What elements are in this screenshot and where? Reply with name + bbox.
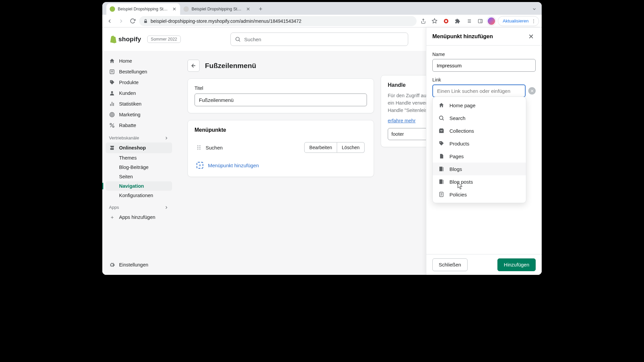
- nav-sub-blogposts[interactable]: Blog-Beiträge: [106, 163, 172, 172]
- nav-home[interactable]: Home: [106, 56, 172, 66]
- svg-rect-0: [144, 21, 147, 23]
- nav-products[interactable]: Produkte: [106, 77, 172, 88]
- home-icon: [438, 102, 445, 109]
- share-icon[interactable]: [419, 16, 428, 26]
- close-tab-icon[interactable]: ✕: [172, 7, 177, 11]
- shopify-logo[interactable]: shopify: [109, 35, 141, 43]
- reading-list-icon[interactable]: [464, 16, 474, 26]
- close-tab-icon[interactable]: ✕: [246, 7, 251, 11]
- link-input[interactable]: [432, 84, 526, 97]
- nav-label: Apps hinzufügen: [119, 215, 155, 220]
- profile-avatar-icon[interactable]: [487, 17, 496, 25]
- menu-items-heading: Menüpunkte: [195, 127, 367, 133]
- svg-line-36: [442, 119, 443, 120]
- update-label: Aktualisieren: [503, 18, 529, 23]
- store-icon: [109, 145, 115, 151]
- edit-button[interactable]: Bearbeiten: [304, 142, 337, 153]
- dropdown-option-blogs[interactable]: Blogs: [433, 163, 526, 175]
- learn-more-link[interactable]: erfahre mehr: [388, 118, 416, 123]
- nav-orders[interactable]: Bestellungen: [106, 66, 172, 77]
- tab-title: Beispiel Dropshipping Store · F: [118, 7, 169, 11]
- link-dropdown: Home pageSearchCollectionsProductsPagesB…: [432, 97, 526, 203]
- close-button[interactable]: Schließen: [432, 258, 468, 271]
- drag-handle-icon[interactable]: [197, 145, 201, 150]
- sidebar: Home Bestellungen Produkte Kunden Statis…: [102, 51, 175, 275]
- nav-label: Statistiken: [119, 101, 142, 107]
- back-button[interactable]: [105, 16, 114, 26]
- nav-sub-navigation[interactable]: Navigation: [106, 181, 172, 191]
- add-menu-item-button[interactable]: ＋ Menüpunkt hinzufügen: [195, 157, 367, 170]
- clear-link-button[interactable]: ✕: [528, 87, 536, 95]
- svg-point-18: [111, 91, 113, 93]
- dropdown-option-products[interactable]: Products: [433, 137, 526, 150]
- browser-tab-active[interactable]: Beispiel Dropshipping Store · F ✕: [106, 3, 180, 15]
- global-search[interactable]: Suchen: [230, 33, 408, 46]
- chevron-right-icon[interactable]: [164, 205, 169, 210]
- nav-label: Kunden: [119, 90, 136, 96]
- forward-button[interactable]: [116, 16, 126, 26]
- nav-sub-pages[interactable]: Seiten: [106, 172, 172, 181]
- side-panel-icon[interactable]: [476, 16, 485, 26]
- collections-icon: [438, 127, 445, 134]
- svg-point-35: [439, 116, 443, 120]
- section-label: Vertriebskanäle: [109, 135, 139, 140]
- nav-sub-preferences[interactable]: Konfigurationen: [106, 191, 172, 200]
- add-menu-item-panel: Menüpunkt hinzufügen ✕ Name Link ✕ Home …: [426, 27, 542, 275]
- browser-tab-inactive[interactable]: Beispiel Dropshipping Store ✕: [180, 3, 254, 15]
- add-menu-item-label: Menüpunkt hinzufügen: [208, 163, 259, 168]
- update-button[interactable]: Aktualisieren ⋮: [498, 16, 539, 26]
- extension-icon[interactable]: [441, 16, 451, 26]
- kebab-icon: ⋮: [531, 18, 536, 24]
- nav-label: Home: [119, 58, 132, 64]
- section-label: Apps: [109, 205, 119, 210]
- dropdown-option-home-page[interactable]: Home page: [433, 99, 526, 112]
- new-tab-button[interactable]: +: [256, 4, 265, 14]
- dropdown-option-label: Blog posts: [449, 179, 473, 185]
- bookmark-icon[interactable]: [430, 16, 439, 26]
- menu-item-row: Suchen Bearbeiten Löschen: [195, 138, 367, 157]
- dropdown-option-search[interactable]: Search: [433, 112, 526, 124]
- svg-point-26: [110, 123, 112, 125]
- page-back-button[interactable]: [187, 60, 200, 72]
- panel-close-button[interactable]: ✕: [526, 32, 536, 41]
- svg-point-30: [200, 145, 201, 146]
- menu-title-input[interactable]: [195, 94, 367, 106]
- svg-point-31: [198, 147, 199, 148]
- nav-sub-themes[interactable]: Themes: [106, 153, 172, 163]
- svg-marker-2: [432, 18, 437, 23]
- dropdown-option-pages[interactable]: Pages: [433, 150, 526, 163]
- nav-discounts[interactable]: Rabatte: [106, 120, 172, 131]
- dropdown-option-blog-posts[interactable]: Blog posts: [433, 175, 526, 188]
- target-icon: [109, 112, 115, 118]
- dropdown-option-collections[interactable]: Collections: [433, 124, 526, 137]
- browser-tab-strip: Beispiel Dropshipping Store · F ✕ Beispi…: [102, 2, 542, 15]
- menu-item-name: Suchen: [206, 145, 300, 150]
- favicon-icon: [183, 6, 189, 12]
- name-input[interactable]: [432, 59, 536, 72]
- dropdown-option-policies[interactable]: Policies: [433, 188, 526, 201]
- chevron-right-icon[interactable]: [164, 136, 169, 140]
- svg-point-32: [200, 147, 201, 148]
- search-placeholder: Suchen: [244, 37, 261, 42]
- discount-icon: [109, 122, 115, 128]
- nav-marketing[interactable]: Marketing: [106, 109, 172, 120]
- nav-analytics[interactable]: Statistiken: [106, 99, 172, 109]
- add-button[interactable]: Hinzufügen: [497, 258, 536, 271]
- nav-add-apps[interactable]: ＋Apps hinzufügen: [106, 212, 172, 223]
- lock-icon: [143, 19, 148, 23]
- analytics-icon: [109, 101, 115, 107]
- nav-customers[interactable]: Kunden: [106, 88, 172, 99]
- svg-point-33: [198, 149, 199, 150]
- plus-icon: ＋: [109, 214, 115, 220]
- tabs-overflow-icon[interactable]: [530, 4, 539, 14]
- url-text: beispiel-dropshipping-store.myshopify.co…: [151, 18, 302, 24]
- gear-icon: [109, 262, 115, 268]
- address-bar[interactable]: beispiel-dropshipping-store.myshopify.co…: [139, 16, 417, 26]
- orders-icon: [109, 69, 115, 75]
- link-label: Link: [432, 77, 536, 82]
- delete-button[interactable]: Löschen: [337, 142, 365, 153]
- nav-onlineshop[interactable]: Onlineshop: [106, 142, 172, 153]
- reload-button[interactable]: [128, 16, 137, 26]
- extensions-icon[interactable]: [453, 16, 462, 26]
- nav-settings[interactable]: Einstellungen: [106, 259, 172, 270]
